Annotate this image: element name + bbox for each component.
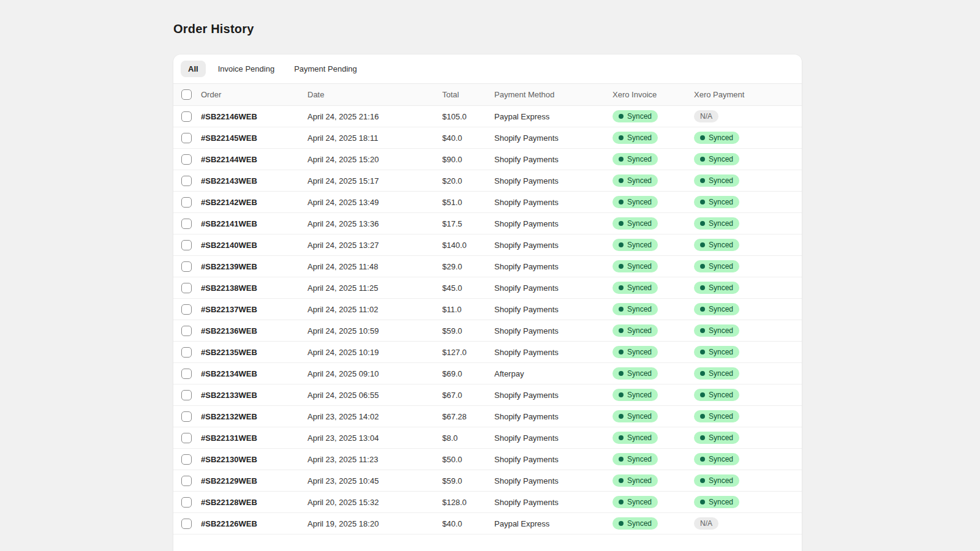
- row-checkbox[interactable]: [181, 347, 192, 358]
- payment-method: Shopify Payments: [494, 348, 612, 357]
- tab-all[interactable]: All: [181, 61, 206, 77]
- order-id: #SB22128WEB: [201, 498, 307, 507]
- status-dot-icon: [700, 350, 705, 354]
- row-checkbox[interactable]: [181, 176, 192, 186]
- payment-method: Shopify Payments: [494, 305, 612, 314]
- order-id: #SB22134WEB: [201, 369, 307, 378]
- row-checkbox[interactable]: [181, 240, 192, 250]
- table-row: #SB22142WEB April 24, 2025 13:49 $51.0 S…: [173, 192, 802, 213]
- table-row: #SB22145WEB April 24, 2025 18:11 $40.0 S…: [173, 127, 802, 149]
- row-checkbox[interactable]: [181, 219, 192, 229]
- order-total: $90.0: [442, 155, 494, 164]
- row-checkbox[interactable]: [181, 369, 192, 379]
- xero-invoice-badge: Synced: [612, 239, 658, 251]
- table-row: #SB22128WEB April 20, 2025 15:32 $128.0 …: [173, 492, 802, 513]
- xero-payment-badge: Synced: [694, 496, 739, 508]
- row-checkbox[interactable]: [181, 519, 192, 529]
- order-date: April 24, 2025 10:59: [307, 326, 442, 335]
- tab-payment-pending[interactable]: Payment Pending: [287, 61, 364, 77]
- order-total: $40.0: [442, 519, 494, 528]
- payment-method: Shopify Payments: [494, 412, 612, 421]
- table-row: #SB22131WEB April 23, 2025 13:04 $8.0 Sh…: [173, 427, 802, 449]
- status-dot-icon: [700, 414, 705, 419]
- xero-invoice-badge: Synced: [612, 453, 658, 465]
- row-checkbox[interactable]: [181, 326, 192, 336]
- row-checkbox[interactable]: [181, 304, 192, 315]
- row-checkbox[interactable]: [181, 133, 192, 143]
- payment-method: Shopify Payments: [494, 498, 612, 507]
- xero-payment-badge: Synced: [694, 153, 739, 165]
- payment-method: Shopify Payments: [494, 133, 612, 143]
- order-total: $69.0: [442, 369, 494, 378]
- order-id: #SB22136WEB: [201, 326, 307, 335]
- order-total: $127.0: [442, 348, 494, 357]
- order-id: #SB22130WEB: [201, 455, 307, 464]
- order-id: #SB22135WEB: [201, 348, 307, 357]
- order-id: #SB22144WEB: [201, 155, 307, 164]
- order-id: #SB22146WEB: [201, 112, 307, 121]
- table-row: #SB22138WEB April 24, 2025 11:25 $45.0 S…: [173, 277, 802, 299]
- status-dot-icon: [700, 435, 705, 440]
- row-checkbox[interactable]: [181, 497, 192, 508]
- status-dot-icon: [619, 285, 624, 290]
- table-row: #SB22137WEB April 24, 2025 11:02 $11.0 S…: [173, 299, 802, 320]
- order-history-card: All Invoice Pending Payment Pending Orde…: [173, 54, 802, 551]
- status-dot-icon: [700, 328, 705, 333]
- row-checkbox[interactable]: [181, 154, 192, 165]
- row-checkbox[interactable]: [181, 111, 192, 122]
- xero-invoice-badge: Synced: [612, 153, 658, 165]
- order-date: April 24, 2025 13:49: [307, 198, 442, 207]
- order-id: #SB22141WEB: [201, 219, 307, 228]
- status-dot-icon: [700, 285, 705, 290]
- xero-payment-badge: Synced: [694, 196, 739, 208]
- order-id: #SB22143WEB: [201, 176, 307, 186]
- tab-invoice-pending[interactable]: Invoice Pending: [211, 61, 282, 77]
- table-row: #SB22132WEB April 23, 2025 14:02 $67.28 …: [173, 406, 802, 427]
- order-id: #SB22129WEB: [201, 476, 307, 485]
- order-id: #SB22140WEB: [201, 241, 307, 250]
- row-checkbox[interactable]: [181, 390, 192, 400]
- column-header-xero-invoice: Xero Invoice: [612, 90, 694, 99]
- xero-invoice-badge: Synced: [612, 432, 658, 444]
- select-all-checkbox[interactable]: [181, 89, 192, 100]
- row-checkbox[interactable]: [181, 197, 192, 208]
- table-row: #SB22140WEB April 24, 2025 13:27 $140.0 …: [173, 234, 802, 256]
- payment-method: Shopify Payments: [494, 262, 612, 271]
- table-header-row: Order Date Total Payment Method Xero Inv…: [173, 83, 802, 106]
- row-checkbox[interactable]: [181, 454, 192, 465]
- order-total: $51.0: [442, 198, 494, 207]
- xero-invoice-badge: Synced: [612, 260, 658, 272]
- status-dot-icon: [700, 457, 705, 462]
- status-dot-icon: [619, 200, 624, 204]
- status-dot-icon: [619, 178, 624, 183]
- table-row: #SB22130WEB April 23, 2025 11:23 $50.0 S…: [173, 449, 802, 470]
- order-date: April 24, 2025 06:55: [307, 391, 442, 400]
- row-checkbox[interactable]: [181, 411, 192, 422]
- row-checkbox[interactable]: [181, 433, 192, 443]
- xero-invoice-badge: Synced: [612, 324, 658, 337]
- xero-payment-badge: Synced: [694, 239, 739, 251]
- order-date: April 20, 2025 15:32: [307, 498, 442, 507]
- xero-payment-badge: Synced: [694, 303, 739, 315]
- column-header-payment-method: Payment Method: [494, 90, 612, 99]
- column-header-xero-payment: Xero Payment: [694, 90, 802, 99]
- xero-invoice-badge: Synced: [612, 174, 658, 187]
- status-dot-icon: [619, 307, 624, 312]
- order-id: #SB22132WEB: [201, 412, 307, 421]
- page-title: Order History: [173, 21, 802, 37]
- row-checkbox[interactable]: [181, 283, 192, 293]
- row-checkbox[interactable]: [181, 476, 192, 486]
- xero-invoice-badge: Synced: [612, 303, 658, 315]
- order-total: $59.0: [442, 476, 494, 485]
- xero-payment-badge: N/A: [694, 517, 718, 530]
- xero-payment-badge: Synced: [694, 346, 739, 358]
- xero-invoice-badge: Synced: [612, 367, 658, 380]
- payment-method: Shopify Payments: [494, 476, 612, 485]
- payment-method: Shopify Payments: [494, 433, 612, 443]
- xero-invoice-badge: Synced: [612, 282, 658, 294]
- payment-method: Paypal Express: [494, 519, 612, 528]
- order-total: $105.0: [442, 112, 494, 121]
- row-checkbox[interactable]: [181, 261, 192, 272]
- order-date: April 24, 2025 13:27: [307, 241, 442, 250]
- xero-invoice-badge: Synced: [612, 110, 658, 122]
